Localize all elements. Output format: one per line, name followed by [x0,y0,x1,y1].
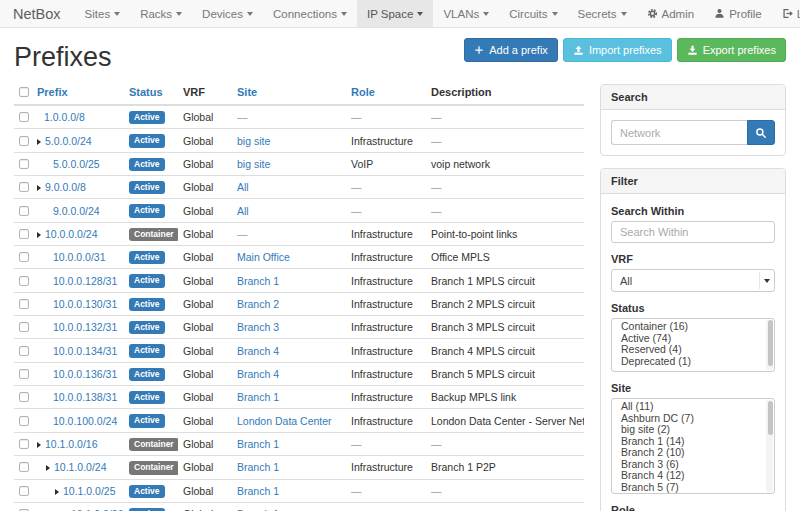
column-header-role[interactable]: Role [351,86,375,98]
description-cell: Backup MPLS link [431,391,516,403]
nav-item-log-out[interactable]: Log out [772,0,800,27]
prefix-link[interactable]: 10.0.0.0/31 [53,251,106,263]
nav-item-racks[interactable]: Racks [130,0,192,27]
row-checkbox[interactable] [19,159,29,169]
list-option[interactable]: Container (16) [612,321,774,333]
list-option[interactable]: COLO-1-24 (3) [612,493,774,494]
site-link[interactable]: big site [237,158,270,170]
select-all-checkbox[interactable] [19,87,29,97]
list-option[interactable]: Branch 3 (6) [612,459,774,471]
row-checkbox[interactable] [19,299,29,309]
description-cell: Branch 1 P2P [431,461,496,473]
site-link[interactable]: Branch 1 [237,438,279,450]
vrf-cell: Global [183,181,213,193]
column-header-status[interactable]: Status [129,86,163,98]
row-checkbox[interactable] [19,392,29,402]
prefix-link[interactable]: 10.0.0.132/31 [53,321,117,333]
prefix-link[interactable]: 10.0.100.0/24 [53,415,117,427]
site-link[interactable]: Branch 2 [237,298,279,310]
row-checkbox[interactable] [19,206,29,216]
list-option[interactable]: Ashburn DC (7) [612,413,774,425]
site-link[interactable]: Branch 1 [237,391,279,403]
row-checkbox[interactable] [19,486,29,496]
prefix-link[interactable]: 10.0.0.0/24 [45,228,98,240]
row-checkbox[interactable] [19,369,29,379]
list-option[interactable]: Deprecated (1) [612,356,774,368]
table-row: 10.0.0.138/31ActiveGlobalBranch 1Infrast… [14,386,584,409]
row-checkbox[interactable] [19,462,29,472]
prefix-link[interactable]: 5.0.0.0/25 [53,158,100,170]
site-link[interactable]: All [237,205,249,217]
brand[interactable]: NetBox [0,0,75,27]
site-link[interactable]: Branch 1 [237,485,279,497]
list-option[interactable]: Active (74) [612,333,774,345]
row-checkbox[interactable] [19,276,29,286]
prefix-link[interactable]: 10.1.0.0/16 [45,438,98,450]
scrollbar-thumb[interactable] [768,401,773,435]
nav-item-profile[interactable]: Profile [704,0,772,27]
site-link[interactable]: All [237,181,249,193]
list-option[interactable]: All (11) [612,401,774,413]
row-checkbox[interactable] [19,346,29,356]
search-input[interactable] [611,120,747,145]
prefix-link[interactable]: 10.0.0.138/31 [53,391,117,403]
site-link[interactable]: Branch 4 [237,345,279,357]
row-checkbox[interactable] [19,322,29,332]
prefix-link[interactable]: 10.0.0.134/31 [53,345,117,357]
column-header-site[interactable]: Site [237,86,257,98]
nav-item-sites[interactable]: Sites [75,0,131,27]
column-header-prefix[interactable]: Prefix [37,86,68,98]
prefix-link[interactable]: 9.0.0.0/24 [53,205,100,217]
site-link[interactable]: Branch 1 [237,275,279,287]
list-option[interactable]: big site (2) [612,424,774,436]
nav-item-circuits[interactable]: Circuits [499,0,567,27]
site-link[interactable]: Branch 3 [237,321,279,333]
row-checkbox[interactable] [19,182,29,192]
row-checkbox[interactable] [19,136,29,146]
prefix-link[interactable]: 5.0.0.0/24 [45,135,92,147]
list-option[interactable]: Branch 4 (12) [612,470,774,482]
prefix-link[interactable]: 10.0.0.136/31 [53,368,117,380]
prefix-link[interactable]: 10.1.0.0/24 [54,461,107,473]
prefix-link[interactable]: 10.1.0.0/25 [63,485,116,497]
row-checkbox[interactable] [19,229,29,239]
nav-item-secrets[interactable]: Secrets [568,0,637,27]
list-option[interactable]: Branch 2 (10) [612,447,774,459]
list-option[interactable]: Branch 5 (7) [612,482,774,494]
site-link[interactable]: Branch 1 [237,461,279,473]
description-cell: Branch 4 MPLS circuit [431,345,535,357]
status-badge: Active [129,298,165,311]
row-checkbox[interactable] [19,439,29,449]
status-badge: Active [129,111,165,124]
description-cell: Office MPLS [431,251,490,263]
search-button[interactable] [747,120,775,145]
prefix-link[interactable]: 10.0.0.130/31 [53,298,117,310]
site-link[interactable]: London Data Center [237,415,332,427]
nav-item-devices[interactable]: Devices [192,0,263,27]
prefix-link[interactable]: 1.0.0.0/8 [44,111,85,123]
site-link[interactable]: Main Office [237,251,290,263]
vrf-select[interactable]: All [611,269,775,292]
site-link[interactable]: big site [237,135,270,147]
vrf-cell: Global [183,485,213,497]
filter-input-search-within[interactable] [611,221,775,243]
row-checkbox[interactable] [19,252,29,262]
row-checkbox[interactable] [19,416,29,426]
scrollbar-thumb[interactable] [768,320,773,366]
role-cell: Infrastructure [351,368,413,380]
prefix-link[interactable]: 10.0.0.128/31 [53,275,117,287]
row-checkbox[interactable] [19,112,29,122]
prefix-link[interactable]: 9.0.0.0/8 [45,181,86,193]
list-option[interactable]: Reserved (4) [612,344,774,356]
export-prefixes-button[interactable]: Export prefixes [677,38,786,62]
nav-item-admin[interactable]: Admin [637,0,705,27]
add-a-prefix-button[interactable]: Add a prefix [464,38,558,62]
status-listbox[interactable]: Container (16)Active (74)Reserved (4)Dep… [611,318,775,372]
site-listbox[interactable]: All (11)Ashburn DC (7)big site (2)Branch… [611,398,775,494]
import-prefixes-button[interactable]: Import prefixes [563,38,672,62]
nav-item-connections[interactable]: Connections [263,0,357,27]
nav-item-ip-space[interactable]: IP Space [357,0,433,27]
site-link[interactable]: Branch 4 [237,368,279,380]
nav-item-vlans[interactable]: VLANs [433,0,499,27]
list-option[interactable]: Branch 1 (14) [612,436,774,448]
